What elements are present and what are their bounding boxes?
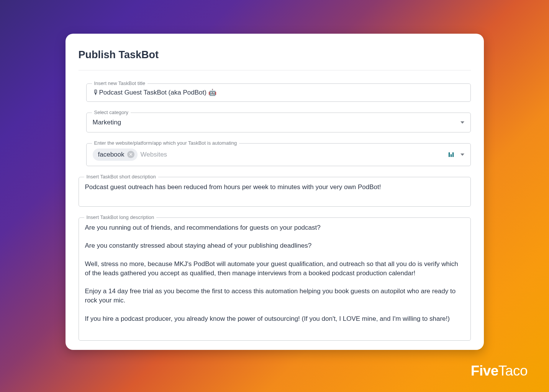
short-description-value: Podcast guest outreach has been reduced … bbox=[85, 183, 381, 192]
field-label: Insert new TaskBot title bbox=[92, 80, 147, 86]
brand-bold: Five bbox=[471, 363, 498, 379]
category-select[interactable]: Select category Marketing bbox=[86, 113, 471, 132]
field-label: Enter the website/platform/app which you… bbox=[92, 140, 239, 146]
settings-bars-icon[interactable] bbox=[449, 152, 454, 157]
platform-placeholder: Websites bbox=[141, 150, 446, 159]
divider bbox=[79, 70, 471, 70]
category-value: Marketing bbox=[93, 118, 457, 127]
platform-tag-label: facebook bbox=[98, 150, 125, 159]
taskbot-title-field[interactable]: Insert new TaskBot title 🎙Podcast Guest … bbox=[86, 83, 471, 102]
field-label: Select category bbox=[92, 109, 131, 115]
short-description-field[interactable]: Insert TaskBot short description Podcast… bbox=[79, 177, 471, 207]
platform-right-icons bbox=[449, 152, 464, 157]
field-label: Insert TaskBot long description bbox=[84, 214, 157, 220]
dropdown-caret-icon[interactable] bbox=[461, 154, 464, 156]
long-description-value: Are you running out of friends, and reco… bbox=[85, 223, 464, 323]
chip-remove-icon[interactable]: ✕ bbox=[127, 151, 134, 158]
brand-light: Taco bbox=[498, 363, 528, 379]
platform-tag-chip: facebook ✕ bbox=[93, 149, 138, 161]
taskbot-title-value: 🎙Podcast Guest TaskBot (aka PodBot) 🤖 bbox=[93, 88, 216, 97]
long-description-field[interactable]: Insert TaskBot long description Are you … bbox=[79, 217, 471, 341]
field-label: Insert TaskBot short description bbox=[84, 174, 158, 180]
page-title: Publish TaskBot bbox=[79, 49, 471, 61]
dropdown-caret-icon bbox=[461, 121, 464, 124]
brand-watermark: FiveTaco bbox=[471, 363, 528, 379]
form-fields: Insert new TaskBot title 🎙Podcast Guest … bbox=[79, 83, 471, 341]
publish-taskbot-card: Publish TaskBot Insert new TaskBot title… bbox=[66, 34, 484, 350]
platform-tags-field[interactable]: Enter the website/platform/app which you… bbox=[86, 143, 471, 166]
